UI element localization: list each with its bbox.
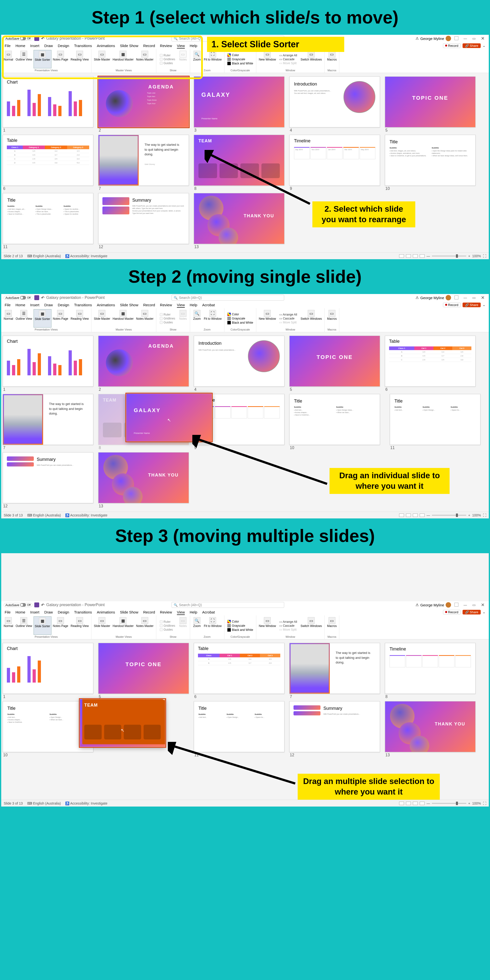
slide-thumb[interactable]: IntroductionWith PowerPoint, you can cre… — [194, 336, 285, 393]
fit-window-button[interactable]: ⛶Fit to Window — [203, 309, 223, 328]
menu-draw[interactable]: Draw — [45, 610, 53, 614]
lang[interactable]: ⌨ English (Australia) — [27, 513, 61, 517]
slide-thumb[interactable]: THANK YOU13 — [385, 701, 476, 758]
slide-thumb[interactable]: THANK YOU13 — [98, 452, 189, 509]
outline-view-button[interactable]: ☰Outline View — [15, 50, 33, 68]
undo-icon[interactable]: ↶ — [41, 603, 45, 607]
slideshow-view-icon[interactable] — [420, 802, 425, 805]
notes-page-button[interactable]: ▭Notes Page — [52, 50, 69, 68]
slide-thumb[interactable]: SummaryWith PowerPoint you can create pr… — [3, 452, 93, 509]
new-window-button[interactable]: ▭New Window — [258, 50, 277, 68]
menu-insert[interactable]: Insert — [30, 44, 40, 48]
sorter-view-icon[interactable] — [406, 802, 411, 805]
user-badge[interactable]: ⚠ George Myline — [415, 295, 451, 301]
menu-animations[interactable]: Animations — [97, 303, 115, 307]
macros-button[interactable]: ▭Macros — [326, 616, 337, 635]
normal-view-button[interactable]: ▭Normal — [3, 616, 14, 635]
notes-master-button[interactable]: ▭Notes Master — [135, 50, 154, 68]
record-button[interactable]: Record — [443, 302, 461, 307]
menu-view[interactable]: View — [177, 303, 185, 307]
slide-thumb[interactable]: The way to get started is to quit talkin… — [98, 135, 189, 192]
minimize-icon[interactable]: — — [462, 603, 469, 607]
ribbon-down-icon[interactable]: ⌄ — [483, 303, 485, 307]
slide-sorter-button[interactable]: ▦Slide Sorter — [33, 616, 51, 635]
share-button[interactable]: 🔗 Share — [463, 43, 481, 48]
menu-slideshow[interactable]: Slide Show — [120, 44, 138, 48]
switch-windows-button[interactable]: ▭Switch Windows — [300, 309, 323, 328]
ribbon-down-icon[interactable]: ⌄ — [483, 610, 485, 614]
normal-view-icon[interactable] — [399, 254, 404, 258]
handout-master-button[interactable]: ▦Handout Master — [112, 50, 135, 68]
accessibility[interactable]: ♿ Accessibility: Investigate — [65, 513, 107, 517]
normal-view-button[interactable]: ▭Normal — [3, 309, 14, 328]
menu-transitions[interactable]: Transitions — [74, 44, 92, 48]
slide-thumb[interactable]: Timeline8 — [385, 643, 476, 700]
record-button[interactable]: Record — [443, 610, 461, 614]
notes-master-button[interactable]: ▭Notes Master — [135, 616, 154, 635]
menu-view[interactable]: View — [177, 44, 185, 48]
save-icon[interactable] — [34, 603, 39, 607]
slide-thumb[interactable]: TableClassCat 1Cat 2Cat 3A3.53.43.5B4.53… — [194, 643, 285, 700]
slide-thumb[interactable]: Chart1 — [3, 336, 93, 393]
menu-record[interactable]: Record — [143, 610, 155, 614]
menu-review[interactable]: Review — [160, 44, 172, 48]
normal-view-button[interactable]: ▭Normal — [3, 50, 14, 68]
notes-master-button[interactable]: ▭Notes Master — [135, 309, 154, 328]
slide-thumb[interactable]: TableClass 1Cat 1Cat 2Cat 3A3.53.43.5B4.… — [385, 336, 476, 393]
window-opts[interactable]: ▭ Arrange All▭ Cascade▭ Move Split — [277, 309, 299, 328]
zoom-button[interactable]: 🔍Zoom — [192, 50, 202, 68]
slide-thumb[interactable]: TOPIC ONE5 — [290, 336, 380, 393]
slide-thumb[interactable]: The way to get started is to quit talkin… — [290, 643, 380, 700]
fit-window-button[interactable]: ⛶Fit to Window — [203, 616, 223, 635]
dragged-slide[interactable]: GALAXY Presenter Name ↖ — [126, 393, 212, 441]
reading-view-icon[interactable] — [413, 514, 418, 517]
search-box[interactable]: Search (Alt+Q) — [172, 602, 284, 608]
slide-master-button[interactable]: ▭Slide Master — [93, 309, 111, 328]
slide-thumb[interactable]: GALAXYPresenter Name3 — [194, 76, 285, 133]
slide-thumb[interactable]: TOPIC ONE5 — [98, 643, 189, 700]
ribbon-collapse-icon[interactable] — [453, 36, 460, 41]
menu-design[interactable]: Design — [58, 303, 69, 307]
undo-icon[interactable]: ↶ — [41, 36, 45, 41]
outline-view-button[interactable]: ☰Outline View — [15, 309, 33, 328]
save-icon[interactable] — [34, 295, 39, 300]
handout-master-button[interactable]: ▦Handout Master — [112, 309, 135, 328]
menu-view[interactable]: View — [177, 610, 185, 614]
maximize-icon[interactable]: ▭ — [471, 37, 477, 40]
autosave-toggle[interactable]: AutoSaveOff — [4, 603, 32, 607]
slide-thumb[interactable]: AGENDATopic oneTopic twoTopic threeTopic… — [98, 76, 189, 133]
menu-transitions[interactable]: Transitions — [74, 303, 92, 307]
fit-window-button[interactable]: ⛶Fit to Window — [203, 50, 223, 68]
close-icon[interactable]: ✕ — [479, 602, 486, 608]
notes-button[interactable]: ▭Notes — [178, 616, 188, 635]
new-window-button[interactable]: ▭New Window — [258, 309, 277, 328]
slide-thumb[interactable]: TitleSubtitle• Add text...Subtitle• Open… — [390, 394, 480, 451]
menu-file[interactable]: File — [5, 610, 11, 614]
slide-master-button[interactable]: ▭Slide Master — [93, 50, 111, 68]
show-checks[interactable]: Ruler Gridlines Guides — [158, 50, 177, 68]
slide-thumb[interactable]: The way to get started is to quit talkin… — [3, 394, 93, 451]
reading-view-button[interactable]: ▭Reading View — [70, 50, 90, 68]
window-opts[interactable]: ▭ Arrange All ▭ Cascade ▭ Move Split — [277, 50, 299, 68]
user-badge[interactable]: ⚠ George Myline — [415, 602, 451, 608]
slide-sorter-button[interactable]: ▦Slide Sorter — [33, 309, 51, 328]
menu-home[interactable]: Home — [16, 610, 25, 614]
accessibility[interactable]: ♿ Accessibility: Investigate — [65, 802, 107, 805]
menu-home[interactable]: Home — [16, 44, 25, 48]
dragged-multi-slide[interactable]: 4 TEAM ↖ — [80, 699, 165, 747]
menu-review[interactable]: Review — [160, 303, 172, 307]
save-icon[interactable] — [34, 36, 39, 41]
maximize-icon[interactable]: ▭ — [471, 603, 477, 607]
search-box[interactable]: Search (Alt+Q) — [172, 295, 284, 301]
menu-insert[interactable]: Insert — [30, 610, 40, 614]
notes-button[interactable]: ▭Notes — [178, 50, 188, 68]
zoom-slider[interactable] — [432, 803, 466, 804]
menu-design[interactable]: Design — [58, 610, 69, 614]
slide-sorter-button[interactable]: ▦Slide Sorter — [33, 50, 51, 68]
menu-transitions[interactable]: Transitions — [74, 610, 92, 614]
slide-thumb[interactable]: TOPIC ONE5 — [385, 76, 476, 133]
menu-draw[interactable]: Draw — [45, 44, 53, 48]
normal-view-icon[interactable] — [399, 802, 404, 805]
menu-record[interactable]: Record — [143, 303, 155, 307]
close-icon[interactable]: ✕ — [479, 36, 486, 41]
